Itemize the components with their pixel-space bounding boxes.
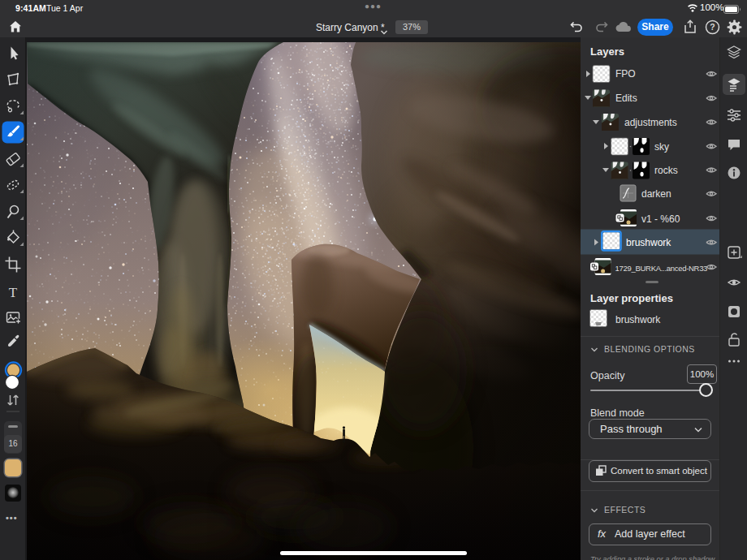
svg-text:T: T (9, 285, 18, 300)
svg-text:Edits: Edits (615, 93, 637, 104)
svg-text:adjustments: adjustments (624, 117, 677, 128)
svg-text:rocks: rocks (654, 165, 678, 176)
svg-text:?: ? (710, 22, 715, 32)
svg-text:darken: darken (641, 188, 671, 200)
svg-text:sky: sky (654, 141, 669, 153)
svg-text:FPO: FPO (615, 68, 636, 80)
svg-text:v1 - %60: v1 - %60 (641, 213, 680, 225)
svg-text:brushwork: brushwork (626, 237, 671, 248)
svg-text:1729_BURKA...anced-NR33: 1729_BURKA...anced-NR33 (615, 264, 708, 273)
